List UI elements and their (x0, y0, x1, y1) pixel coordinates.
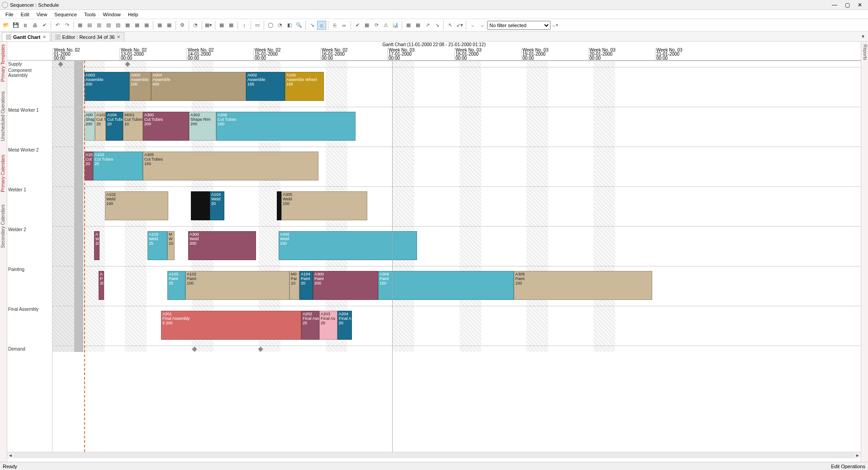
task-block[interactable]: A305Weld150 (281, 191, 367, 220)
task-block[interactable]: A105Assemble Wheel165 (285, 72, 324, 101)
task-block[interactable]: A302Shape Rim200 (189, 112, 216, 141)
side-tab-primary-calendars[interactable]: Primary Calendars (0, 155, 5, 192)
ok-icon[interactable]: ✔ (353, 21, 362, 30)
box-icon[interactable]: ▭ (253, 21, 262, 30)
task-block[interactable]: A306Cut Tubes150 (216, 112, 356, 141)
task-block[interactable]: AW20 (94, 231, 100, 260)
task-block[interactable]: A002Assemble165 (246, 72, 285, 101)
task-block[interactable]: A102Weld100 (105, 191, 168, 220)
redo-icon[interactable]: ↷ (62, 21, 71, 30)
side-tab-unscheduled[interactable]: Unscheduled Operations (0, 91, 5, 141)
grid5-icon[interactable]: ▨ (114, 21, 123, 30)
menu-edit[interactable]: Edit (17, 11, 33, 18)
check-icon[interactable]: ✔ (40, 21, 49, 30)
task-block[interactable]: A103Cut Tubes25 (93, 152, 143, 180)
menu-sequence[interactable]: Sequence (51, 11, 81, 18)
clock-icon[interactable]: ◔ (191, 21, 200, 30)
link2-icon[interactable]: ⎌ (317, 21, 326, 30)
grid4-icon[interactable]: ▧ (104, 21, 113, 30)
grid3-icon[interactable]: ▥ (95, 21, 104, 30)
warn-icon[interactable]: ⚠ (381, 21, 390, 30)
task-block[interactable]: AP20 (99, 271, 104, 300)
scroll-left-icon[interactable]: ◄ (7, 453, 14, 458)
task-block[interactable]: A102Paint100 (185, 271, 289, 300)
db-icon[interactable]: ◧ (285, 21, 294, 30)
close-tab-icon[interactable]: ✕ (43, 34, 46, 39)
right-side-panel[interactable]: Reports (861, 42, 868, 462)
task-block[interactable]: A306Paint150 (378, 271, 514, 300)
grid1-icon[interactable]: ▦ (76, 21, 85, 30)
task-block[interactable]: A300Cut Tubes200 (143, 112, 189, 141)
arrow1-icon[interactable]: ↗ (423, 21, 432, 30)
circle-icon[interactable]: ◯ (266, 21, 275, 30)
menu-file[interactable]: File (2, 11, 17, 18)
task-block[interactable]: A004Assemble400 (151, 72, 246, 101)
save-all-icon[interactable]: 🗎 (21, 21, 30, 30)
gantt-chart-area[interactable]: A003Assemble200A003Assemble100A004Assemb… (52, 61, 861, 452)
search-icon[interactable]: 🔍 (294, 21, 304, 30)
layout1-icon[interactable]: ▦ (155, 21, 164, 30)
task-block[interactable]: A305Paint150 (514, 271, 652, 300)
task-block[interactable]: A202Final Ass25 (301, 311, 319, 340)
task-block[interactable]: A103Weld25 (147, 231, 167, 260)
task-block[interactable]: A204Final A20 (337, 311, 352, 340)
refresh-icon[interactable]: ⟳ (372, 21, 381, 30)
task-block[interactable] (277, 191, 281, 220)
arrow4-icon[interactable]: ↙▾ (455, 21, 464, 30)
print-icon[interactable]: 🖶 (30, 21, 39, 30)
side-tab-primary-templates[interactable]: Primary Templates (0, 44, 5, 82)
grid2-icon[interactable]: ▤ (85, 21, 94, 30)
task-block[interactable]: A201Final Assembly5 200 (161, 311, 301, 340)
tab-overflow-icon[interactable]: ▼ (861, 34, 865, 39)
tool-a-icon[interactable]: ⚙ (178, 21, 187, 30)
layout2-icon[interactable]: ▦ (165, 21, 174, 30)
task-block[interactable]: MW10 (167, 231, 175, 260)
side-tab-secondary-calendars[interactable]: Secondary Calendars (0, 204, 5, 248)
tab-gantt-chart[interactable]: Gantt Chart ✕ (2, 32, 50, 41)
funnel3-icon[interactable]: ⌵▾ (551, 21, 560, 30)
task-block[interactable]: A300Weld200 (188, 231, 256, 260)
scroll-right-icon[interactable]: ► (854, 453, 861, 458)
task-block[interactable]: A103Paint25 (167, 271, 185, 300)
task-block[interactable]: A003Assemble100 (129, 72, 151, 101)
filter-select[interactable]: No filter selected (487, 21, 550, 30)
save-icon[interactable]: 💾 (11, 21, 20, 30)
task-block[interactable]: A104Paint20 (299, 271, 313, 300)
minimize-button[interactable]: — (828, 1, 841, 9)
funnel2-icon[interactable]: ⌵ (478, 21, 487, 30)
table2-icon[interactable]: ▦ (413, 21, 422, 30)
clock2-icon[interactable]: ◔ (275, 21, 285, 30)
open-icon[interactable]: 📂 (2, 21, 11, 30)
task-block[interactable] (191, 191, 210, 220)
op2-icon[interactable]: ∞ (340, 21, 349, 30)
funnel-icon[interactable]: ⌵ (468, 21, 477, 30)
menu-view[interactable]: View (33, 11, 51, 18)
close-button[interactable]: ✕ (854, 1, 866, 9)
grid8-icon[interactable]: ▦ (142, 21, 151, 30)
link1-icon[interactable]: ↘ (308, 21, 317, 30)
undo-icon[interactable]: ↶ (53, 21, 62, 30)
zoomout-icon[interactable]: ▦ (227, 21, 236, 30)
maximize-button[interactable]: ▢ (841, 1, 854, 9)
chart-icon[interactable]: 📊 (391, 21, 400, 30)
grid7-icon[interactable]: ▦ (133, 21, 142, 30)
arrow3-icon[interactable]: ↖ (446, 21, 455, 30)
grid9-icon[interactable]: ▦ (362, 21, 371, 30)
tab-editor[interactable]: Editor : Record 34 of 36 ✕ (51, 32, 124, 41)
task-block[interactable]: A102Cut T25 (95, 112, 106, 141)
menu-tools[interactable]: Tools (81, 11, 100, 18)
task-block[interactable]: A203Final As25 (319, 311, 337, 340)
menu-help[interactable]: Help (124, 11, 142, 18)
task-block[interactable]: A305Cut Tubes150 (143, 152, 318, 180)
op1-icon[interactable]: ⎘ (330, 21, 339, 30)
task-block[interactable]: A003Assemble200 (84, 72, 129, 101)
horizontal-scrollbar[interactable]: ◄ ► (7, 452, 861, 458)
task-block[interactable]: A104Weld20 (210, 191, 224, 220)
zoomin-icon[interactable]: ▦ (217, 21, 226, 30)
scroll-track[interactable] (14, 453, 854, 458)
task-block[interactable]: A104Cut Tube20 (106, 112, 123, 141)
close-tab-icon[interactable]: ✕ (117, 34, 120, 39)
calendar-icon[interactable]: ▦▾ (204, 21, 213, 30)
task-block[interactable]: M0Pai10 (289, 271, 299, 300)
task-block[interactable]: A00Shap200 (84, 112, 95, 141)
